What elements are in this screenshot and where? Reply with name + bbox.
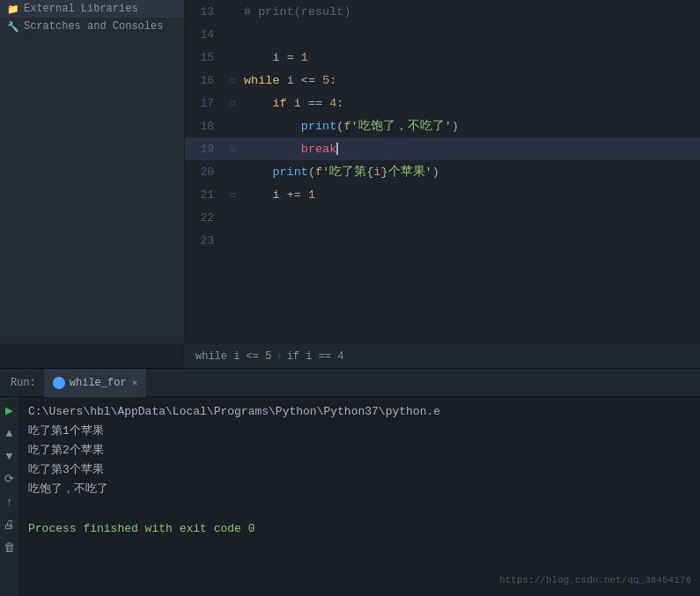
code-content: break	[240, 143, 700, 156]
table-row: 20 print(f'吃了第{i}个苹果')	[185, 160, 700, 183]
table-row: 13 # print(result)	[185, 0, 700, 23]
output-line: C:\Users\hbl\AppData\Local\Programs\Pyth…	[28, 402, 691, 422]
code-content: # print(result)	[240, 5, 700, 18]
breadcrumb: while i <= 5 › if i == 4	[185, 343, 700, 368]
sidebar: 📁 External Libraries 🔧 Scratches and Con…	[0, 0, 185, 343]
table-row: 22	[185, 206, 700, 229]
python-icon	[53, 377, 65, 389]
table-row: 21 ◻ i += 1	[185, 183, 700, 206]
bottom-panel: Run: while_for ✕ ▶ ▲ ▼ ⟳ ↑ 🖨 🗑 C:\Users\…	[0, 368, 700, 596]
sidebar-item-scratches[interactable]: 🔧 Scratches and Consoles	[0, 18, 184, 35]
output-area: C:\Users\hbl\AppData\Local\Programs\Pyth…	[19, 397, 700, 596]
watermark: https://blog.csdn.net/qq_38454176	[499, 572, 691, 589]
code-editor[interactable]: 13 # print(result) 14 15 i = 1 16 ◻ whil…	[185, 0, 700, 343]
line-number: 14	[185, 28, 225, 41]
scroll-down-button[interactable]: ▼	[2, 448, 18, 464]
line-number: 19	[185, 143, 225, 156]
fold-indicator: ◻	[225, 75, 240, 85]
sidebar-item-external-libraries[interactable]: 📁 External Libraries	[0, 0, 184, 18]
table-row: 14	[185, 23, 700, 46]
line-number: 23	[185, 234, 225, 247]
code-content: i += 1	[240, 188, 700, 202]
run-button[interactable]: ▶	[2, 402, 18, 418]
line-number: 18	[185, 120, 225, 133]
tab-close-button[interactable]: ✕	[132, 377, 138, 388]
table-row: 17 ◻ if i == 4:	[185, 92, 700, 114]
table-row: 16 ◻ while i <= 5:	[185, 69, 700, 92]
tab-while-for[interactable]: while_for ✕	[43, 369, 147, 397]
output-line: 吃饱了，不吃了	[28, 480, 691, 499]
run-controls: ▶ ▲ ▼ ⟳ ↑ 🖨 🗑	[0, 397, 19, 596]
table-row: 19 ◻ break	[185, 137, 700, 160]
folder-icon: 📁	[7, 4, 19, 15]
table-row: 23	[185, 229, 700, 252]
sidebar-item-label: External Libraries	[24, 3, 138, 15]
stop-button[interactable]: ↑	[2, 494, 18, 510]
print-button[interactable]: 🖨	[2, 517, 18, 533]
code-content: i = 1	[240, 51, 700, 64]
line-number: 16	[185, 74, 225, 87]
sidebar-item-label: Scratches and Consoles	[24, 20, 163, 33]
output-line: 吃了第1个苹果	[28, 422, 691, 441]
line-number: 20	[185, 166, 225, 179]
fold-indicator: ◻	[225, 189, 240, 200]
code-content: print(f'吃了第{i}个苹果')	[240, 164, 700, 180]
output-line: 吃了第3个苹果	[28, 460, 691, 480]
breadcrumb-part2: if i == 4	[287, 350, 344, 363]
code-lines: 13 # print(result) 14 15 i = 1 16 ◻ whil…	[185, 0, 700, 252]
clear-button[interactable]: 🗑	[2, 540, 18, 556]
scratches-icon: 🔧	[7, 21, 19, 33]
code-content: while i <= 5:	[240, 74, 700, 87]
code-content: print(f'吃饱了，不吃了')	[240, 118, 700, 134]
line-number: 17	[185, 97, 225, 110]
fold-indicator: ◻	[225, 143, 240, 154]
line-number: 22	[185, 211, 225, 224]
bottom-tabs: Run: while_for ✕	[0, 369, 700, 397]
tab-label: while_for	[70, 377, 127, 389]
code-content: if i == 4:	[240, 97, 700, 110]
table-row: 18 print(f'吃饱了，不吃了')	[185, 114, 700, 137]
bottom-content: ▶ ▲ ▼ ⟳ ↑ 🖨 🗑 C:\Users\hbl\AppData\Local…	[0, 397, 700, 596]
fold-indicator: ◻	[225, 98, 240, 108]
line-number: 21	[185, 188, 225, 202]
run-label: Run:	[4, 377, 43, 389]
breadcrumb-part1: while i <= 5	[195, 350, 271, 363]
scroll-up-button[interactable]: ▲	[2, 425, 18, 441]
rerun-button[interactable]: ⟳	[2, 471, 18, 487]
line-number: 15	[185, 51, 225, 64]
output-line	[28, 499, 691, 519]
line-number: 13	[185, 5, 225, 18]
breadcrumb-separator: ›	[276, 350, 282, 363]
table-row: 15 i = 1	[185, 46, 700, 69]
output-line: 吃了第2个苹果	[28, 441, 691, 460]
output-exit-code: Process finished with exit code 0	[28, 519, 691, 539]
